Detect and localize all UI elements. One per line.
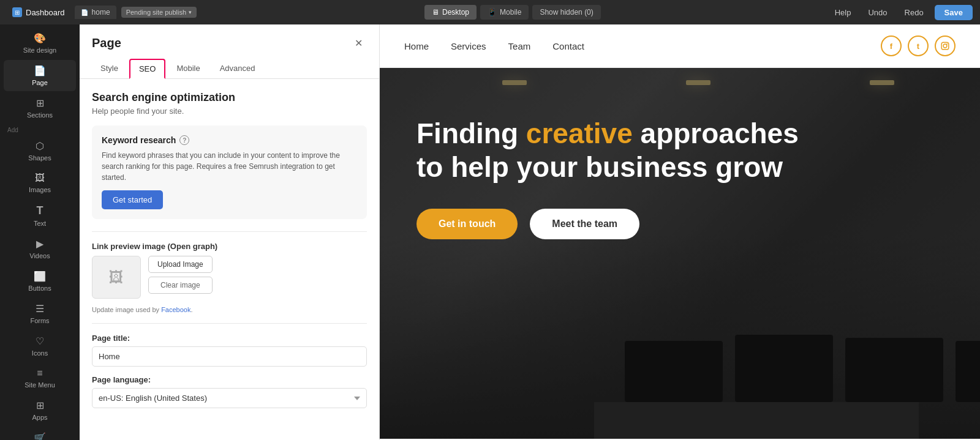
nav-contact[interactable]: Contact — [552, 41, 584, 51]
sidebar-item-sections[interactable]: ⊞ Sections — [4, 92, 76, 124]
tab-mobile[interactable]: Mobile — [168, 59, 208, 79]
sidebar-item-apps[interactable]: ⊞ Apps — [4, 395, 76, 426]
help-icon[interactable]: ? — [179, 135, 189, 145]
ecommerce-icon: 🛒 — [34, 432, 46, 440]
sidebar-item-site-design[interactable]: 🎨 Site design — [4, 28, 76, 59]
sidebar-item-label: Videos — [29, 252, 50, 259]
undo-label: Undo — [868, 8, 887, 17]
save-button[interactable]: Save — [935, 5, 973, 20]
images-icon: 🖼 — [35, 173, 45, 184]
sidebar-item-label: Icons — [32, 349, 48, 357]
videos-icon: ▶ — [36, 238, 43, 250]
text-icon: T — [37, 204, 43, 217]
sidebar-item-label: Page — [32, 79, 48, 86]
tab-advanced[interactable]: Advanced — [211, 59, 264, 79]
main-area: 🎨 Site design 📄 Page ⊞ Sections Add ⬡ Sh… — [0, 24, 980, 440]
redo-button[interactable]: Redo — [899, 5, 930, 20]
page-title-input[interactable] — [92, 346, 367, 367]
svg-rect-0 — [941, 42, 949, 50]
desktop-icon: 🖥 — [432, 8, 439, 17]
seo-title: Search engine optimization — [92, 91, 367, 104]
sidebar-item-page[interactable]: 📄 Page — [4, 60, 76, 91]
topbar-right: Help Undo Redo Save — [829, 5, 973, 20]
instagram-social-icon[interactable] — [935, 35, 956, 56]
image-section-label: Link preview image (Open graph) — [92, 242, 367, 251]
headline-part2: approaches — [633, 117, 799, 149]
hero-content: Finding creative approaches to help your… — [380, 68, 980, 264]
site-menu-icon: ≡ — [37, 368, 42, 379]
dashboard-label: Dashboard — [26, 8, 65, 17]
tab-style[interactable]: Style — [92, 59, 127, 79]
sidebar-item-buttons[interactable]: ⬜ Buttons — [4, 266, 76, 297]
help-button[interactable]: Help — [829, 5, 858, 20]
headline-line2: to help your business grow — [417, 151, 783, 183]
topbar-center: 🖥 Desktop 📱 Mobile Show hidden (0) — [424, 5, 601, 20]
sidebar-item-label: Forms — [30, 317, 49, 324]
sidebar-item-label: Apps — [32, 414, 47, 421]
website-preview: Home Services Team Contact f t — [380, 24, 980, 440]
nav-services[interactable]: Services — [451, 41, 486, 51]
chevron-down-icon: ▾ — [189, 9, 192, 15]
mobile-icon: 📱 — [488, 8, 497, 17]
section-divider-2 — [92, 323, 367, 324]
get-in-touch-button[interactable]: Get in touch — [417, 209, 518, 239]
sidebar-item-label: Shapes — [28, 154, 51, 162]
sidebar-item-label: Text — [34, 220, 46, 227]
mobile-view-button[interactable]: 📱 Mobile — [480, 5, 529, 20]
sidebar-item-label: Site design — [23, 47, 56, 54]
headline-accent: creative — [526, 117, 633, 149]
page-tab[interactable]: 📄 home — [75, 6, 116, 19]
svg-point-1 — [943, 44, 947, 48]
page-language-select[interactable]: en-US: English (United States) — [92, 388, 367, 408]
get-started-button[interactable]: Get started — [102, 190, 163, 209]
panel-title: Page — [92, 36, 121, 50]
mobile-label: Mobile — [500, 8, 521, 17]
icons-icon: ♡ — [36, 335, 44, 347]
save-label: Save — [944, 8, 963, 17]
nav-home[interactable]: Home — [404, 41, 429, 51]
svg-point-2 — [946, 43, 948, 45]
show-hidden-button[interactable]: Show hidden (0) — [532, 5, 600, 20]
tab-seo[interactable]: SEO — [129, 59, 165, 79]
keyword-research-card: Keyword research ? Find keyword phrases … — [92, 125, 367, 219]
redo-label: Redo — [905, 8, 924, 17]
sidebar-item-ecommerce[interactable]: 🛒 E-commerce — [4, 427, 76, 440]
pending-label: Pending site publish — [126, 9, 186, 16]
keyword-card-description: Find keyword phrases that you can includ… — [102, 150, 357, 183]
panel-close-button[interactable]: ✕ — [350, 34, 367, 51]
sidebar-item-site-menu[interactable]: ≡ Site Menu — [4, 363, 76, 393]
add-section-label: Add — [0, 124, 80, 135]
topbar-left: Dashboard 📄 home Pending site publish ▾ — [7, 5, 197, 20]
pending-badge[interactable]: Pending site publish ▾ — [121, 7, 197, 18]
forms-icon: ☰ — [36, 303, 44, 315]
sidebar-item-text[interactable]: T Text — [4, 199, 76, 232]
sidebar-item-label: Images — [29, 186, 51, 193]
upload-image-button[interactable]: Upload Image — [148, 256, 213, 273]
sidebar-item-images[interactable]: 🖼 Images — [4, 168, 76, 198]
sidebar-item-videos[interactable]: ▶ Videos — [4, 233, 76, 264]
page-tab-label: home — [92, 8, 110, 17]
page-title-label: Page title: — [92, 334, 367, 343]
facebook-social-icon[interactable]: f — [881, 35, 902, 56]
sidebar-item-icons[interactable]: ♡ Icons — [4, 330, 76, 362]
twitter-social-icon[interactable]: t — [908, 35, 929, 56]
sections-icon: ⊞ — [36, 97, 44, 109]
nav-team[interactable]: Team — [508, 41, 531, 51]
shapes-icon: ⬡ — [36, 140, 44, 152]
dashboard-button[interactable]: Dashboard — [7, 5, 70, 20]
clear-image-button[interactable]: Clear image — [148, 277, 213, 294]
panel-tabs: Style SEO Mobile Advanced — [80, 51, 379, 79]
sidebar-item-label: Site Menu — [24, 381, 55, 389]
undo-button[interactable]: Undo — [862, 5, 893, 20]
sidebar-item-label: Buttons — [28, 285, 51, 292]
meet-team-button[interactable]: Meet the team — [530, 209, 639, 239]
facebook-link[interactable]: Facebook — [161, 306, 190, 313]
image-preview: 🖼 — [92, 256, 141, 299]
sidebar-item-forms[interactable]: ☰ Forms — [4, 298, 76, 329]
desktop-view-button[interactable]: 🖥 Desktop — [424, 5, 477, 20]
sidebar-item-shapes[interactable]: ⬡ Shapes — [4, 135, 76, 166]
show-hidden-label: Show hidden (0) — [540, 8, 593, 17]
headline-part1: Finding — [417, 117, 526, 149]
desktop-label: Desktop — [442, 8, 469, 17]
dashboard-icon — [12, 7, 22, 17]
